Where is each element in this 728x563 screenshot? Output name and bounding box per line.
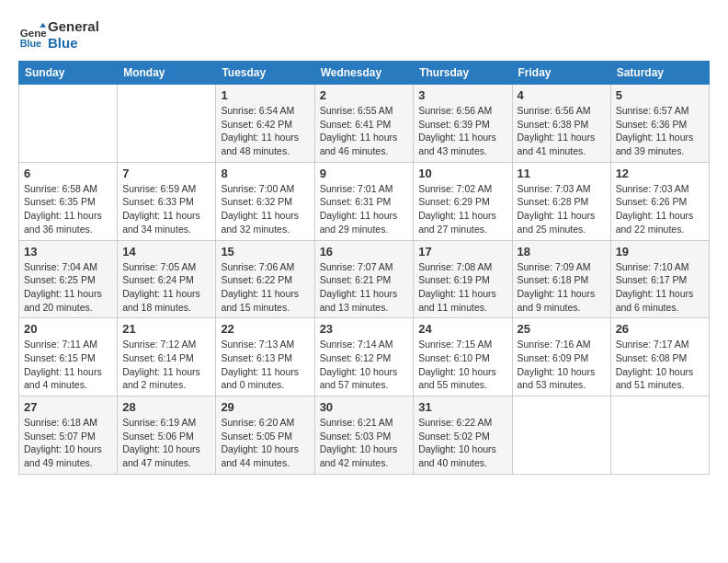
- day-number: 9: [320, 167, 409, 180]
- cell-info: Sunrise: 7:10 AM Sunset: 6:17 PM Dayligh…: [616, 260, 704, 315]
- logo: General Blue General Blue: [18, 18, 99, 52]
- calendar-cell: 23Sunrise: 7:14 AM Sunset: 6:12 PM Dayli…: [314, 318, 414, 396]
- calendar-cell: 6Sunrise: 6:58 AM Sunset: 6:35 PM Daylig…: [19, 162, 118, 240]
- cell-info: Sunrise: 7:00 AM Sunset: 6:32 PM Dayligh…: [221, 182, 309, 236]
- day-number: 3: [418, 88, 506, 102]
- column-header-thursday: Thursday: [414, 62, 512, 85]
- calendar-week-2: 6Sunrise: 6:58 AM Sunset: 6:35 PM Daylig…: [19, 162, 710, 240]
- column-header-friday: Friday: [512, 62, 610, 85]
- cell-info: Sunrise: 7:01 AM Sunset: 6:31 PM Dayligh…: [320, 182, 409, 236]
- calendar-cell: 27Sunrise: 6:18 AM Sunset: 5:07 PM Dayli…: [19, 396, 118, 475]
- calendar-cell: 22Sunrise: 7:13 AM Sunset: 6:13 PM Dayli…: [216, 318, 314, 396]
- calendar-week-4: 20Sunrise: 7:11 AM Sunset: 6:15 PM Dayli…: [19, 318, 710, 396]
- cell-info: Sunrise: 7:08 AM Sunset: 6:19 PM Dayligh…: [418, 260, 506, 315]
- day-number: 1: [221, 88, 309, 102]
- day-number: 5: [616, 88, 704, 102]
- cell-info: Sunrise: 7:17 AM Sunset: 6:08 PM Dayligh…: [616, 338, 704, 392]
- day-number: 10: [418, 167, 506, 180]
- cell-info: Sunrise: 6:21 AM Sunset: 5:03 PM Dayligh…: [320, 416, 409, 470]
- cell-info: Sunrise: 6:55 AM Sunset: 6:41 PM Dayligh…: [320, 104, 409, 158]
- day-number: 31: [418, 400, 506, 414]
- calendar-week-3: 13Sunrise: 7:04 AM Sunset: 6:25 PM Dayli…: [19, 240, 710, 318]
- day-number: 2: [320, 88, 409, 102]
- cell-info: Sunrise: 6:19 AM Sunset: 5:06 PM Dayligh…: [122, 416, 210, 470]
- calendar-cell: 11Sunrise: 7:03 AM Sunset: 6:28 PM Dayli…: [512, 162, 610, 240]
- day-number: 14: [122, 245, 210, 259]
- cell-info: Sunrise: 6:20 AM Sunset: 5:05 PM Dayligh…: [221, 416, 309, 470]
- logo-icon: General Blue: [18, 21, 46, 49]
- day-number: 20: [24, 322, 112, 336]
- day-number: 8: [221, 167, 309, 180]
- day-number: 21: [122, 322, 210, 336]
- calendar-header-row: SundayMondayTuesdayWednesdayThursdayFrid…: [19, 62, 710, 85]
- calendar-cell: 24Sunrise: 7:15 AM Sunset: 6:10 PM Dayli…: [414, 318, 512, 396]
- day-number: 25: [518, 322, 606, 336]
- calendar-cell: 21Sunrise: 7:12 AM Sunset: 6:14 PM Dayli…: [118, 318, 216, 396]
- cell-info: Sunrise: 6:18 AM Sunset: 5:07 PM Dayligh…: [24, 416, 112, 470]
- day-number: 19: [616, 245, 704, 259]
- day-number: 23: [320, 322, 409, 336]
- calendar-cell: 19Sunrise: 7:10 AM Sunset: 6:17 PM Dayli…: [610, 240, 709, 318]
- cell-info: Sunrise: 7:12 AM Sunset: 6:14 PM Dayligh…: [122, 338, 210, 392]
- page-header: General Blue General Blue: [18, 18, 710, 52]
- day-number: 18: [518, 245, 606, 259]
- cell-info: Sunrise: 7:07 AM Sunset: 6:21 PM Dayligh…: [320, 260, 409, 315]
- day-number: 6: [24, 167, 112, 180]
- column-header-sunday: Sunday: [19, 62, 118, 85]
- cell-info: Sunrise: 6:58 AM Sunset: 6:35 PM Dayligh…: [24, 182, 112, 236]
- day-number: 12: [616, 167, 704, 180]
- cell-info: Sunrise: 7:03 AM Sunset: 6:26 PM Dayligh…: [616, 182, 704, 236]
- calendar-cell: 28Sunrise: 6:19 AM Sunset: 5:06 PM Dayli…: [118, 396, 216, 475]
- calendar-cell: 1Sunrise: 6:54 AM Sunset: 6:42 PM Daylig…: [216, 85, 314, 163]
- cell-info: Sunrise: 7:04 AM Sunset: 6:25 PM Dayligh…: [24, 260, 112, 315]
- calendar-cell: 29Sunrise: 6:20 AM Sunset: 5:05 PM Dayli…: [216, 396, 314, 475]
- column-header-wednesday: Wednesday: [314, 62, 414, 85]
- calendar-table: SundayMondayTuesdayWednesdayThursdayFrid…: [18, 61, 710, 475]
- calendar-cell: 17Sunrise: 7:08 AM Sunset: 6:19 PM Dayli…: [414, 240, 512, 318]
- calendar-week-1: 1Sunrise: 6:54 AM Sunset: 6:42 PM Daylig…: [19, 85, 710, 163]
- calendar-cell: 16Sunrise: 7:07 AM Sunset: 6:21 PM Dayli…: [314, 240, 414, 318]
- calendar-cell: 7Sunrise: 6:59 AM Sunset: 6:33 PM Daylig…: [118, 162, 216, 240]
- cell-info: Sunrise: 7:02 AM Sunset: 6:29 PM Dayligh…: [418, 182, 506, 236]
- calendar-week-5: 27Sunrise: 6:18 AM Sunset: 5:07 PM Dayli…: [19, 396, 710, 475]
- day-number: 29: [221, 400, 309, 414]
- calendar-cell: [118, 85, 216, 163]
- calendar-cell: 25Sunrise: 7:16 AM Sunset: 6:09 PM Dayli…: [512, 318, 610, 396]
- day-number: 13: [24, 245, 112, 259]
- calendar-cell: 5Sunrise: 6:57 AM Sunset: 6:36 PM Daylig…: [610, 85, 709, 163]
- calendar-cell: 10Sunrise: 7:02 AM Sunset: 6:29 PM Dayli…: [414, 162, 512, 240]
- logo-blue: Blue: [48, 35, 99, 52]
- calendar-cell: [610, 396, 709, 475]
- calendar-cell: 8Sunrise: 7:00 AM Sunset: 6:32 PM Daylig…: [216, 162, 314, 240]
- calendar-cell: 3Sunrise: 6:56 AM Sunset: 6:39 PM Daylig…: [414, 85, 512, 163]
- calendar-cell: [19, 85, 118, 163]
- cell-info: Sunrise: 7:05 AM Sunset: 6:24 PM Dayligh…: [122, 260, 210, 315]
- cell-info: Sunrise: 7:11 AM Sunset: 6:15 PM Dayligh…: [24, 338, 112, 392]
- calendar-cell: 18Sunrise: 7:09 AM Sunset: 6:18 PM Dayli…: [512, 240, 610, 318]
- day-number: 26: [616, 322, 704, 336]
- day-number: 4: [518, 88, 606, 102]
- cell-info: Sunrise: 7:03 AM Sunset: 6:28 PM Dayligh…: [518, 182, 606, 236]
- day-number: 22: [221, 322, 309, 336]
- calendar-cell: 12Sunrise: 7:03 AM Sunset: 6:26 PM Dayli…: [610, 162, 709, 240]
- calendar-cell: 9Sunrise: 7:01 AM Sunset: 6:31 PM Daylig…: [314, 162, 414, 240]
- cell-info: Sunrise: 6:56 AM Sunset: 6:38 PM Dayligh…: [518, 104, 606, 158]
- cell-info: Sunrise: 7:15 AM Sunset: 6:10 PM Dayligh…: [418, 338, 506, 392]
- column-header-saturday: Saturday: [610, 62, 709, 85]
- calendar-cell: 13Sunrise: 7:04 AM Sunset: 6:25 PM Dayli…: [19, 240, 118, 318]
- logo-general: General: [48, 18, 99, 35]
- day-number: 24: [418, 322, 506, 336]
- calendar-cell: 26Sunrise: 7:17 AM Sunset: 6:08 PM Dayli…: [610, 318, 709, 396]
- day-number: 27: [24, 400, 112, 414]
- column-header-monday: Monday: [118, 62, 216, 85]
- day-number: 30: [320, 400, 409, 414]
- column-header-tuesday: Tuesday: [216, 62, 314, 85]
- cell-info: Sunrise: 6:59 AM Sunset: 6:33 PM Dayligh…: [122, 182, 210, 236]
- cell-info: Sunrise: 6:22 AM Sunset: 5:02 PM Dayligh…: [418, 416, 506, 470]
- calendar-cell: 4Sunrise: 6:56 AM Sunset: 6:38 PM Daylig…: [512, 85, 610, 163]
- svg-text:Blue: Blue: [20, 38, 41, 49]
- day-number: 28: [122, 400, 210, 414]
- cell-info: Sunrise: 7:14 AM Sunset: 6:12 PM Dayligh…: [320, 338, 409, 392]
- calendar-cell: 31Sunrise: 6:22 AM Sunset: 5:02 PM Dayli…: [414, 396, 512, 475]
- cell-info: Sunrise: 7:06 AM Sunset: 6:22 PM Dayligh…: [221, 260, 309, 315]
